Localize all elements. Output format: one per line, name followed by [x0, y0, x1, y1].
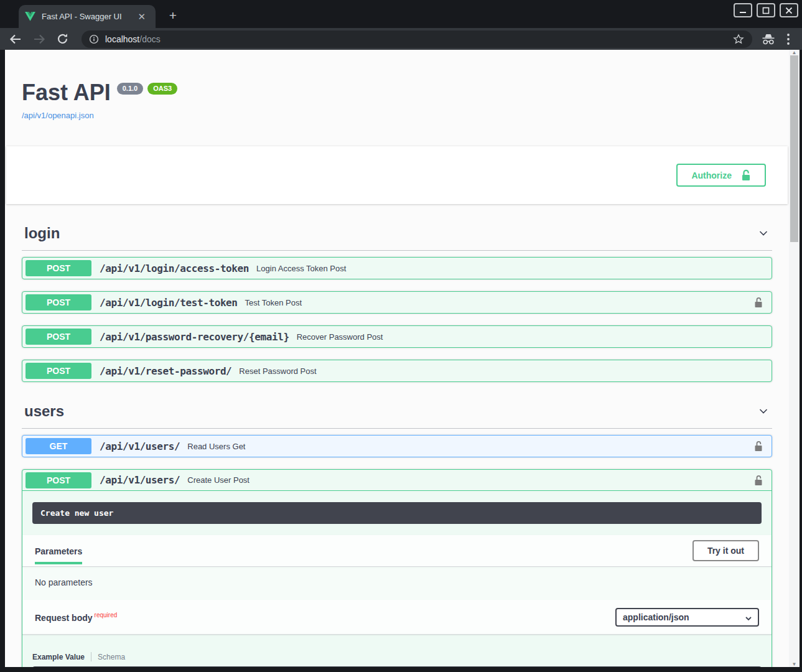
- endpoint-summary: Create User Post: [187, 475, 249, 485]
- toolbar-right: [761, 33, 790, 45]
- openapi-spec-link[interactable]: /api/v1/openapi.json: [22, 111, 94, 120]
- request-body-label: Request bodyrequired: [35, 612, 117, 623]
- operation-description: Create new user: [32, 502, 762, 524]
- window-controls: [734, 3, 798, 17]
- tab-close-icon[interactable]: ✕: [134, 11, 149, 22]
- endpoint-summary: Reset Password Post: [239, 366, 316, 376]
- tag-section-users: users GET /api/v1/users/ Read Users Get: [22, 399, 772, 667]
- endpoint-summary: Read Users Get: [187, 442, 245, 451]
- endpoint-row[interactable]: POST /api/v1/login/test-token Test Token…: [22, 291, 772, 314]
- parameters-header: Parameters Try it out: [22, 535, 772, 567]
- chevron-down-icon[interactable]: [757, 227, 770, 240]
- back-button[interactable]: [9, 33, 22, 45]
- endpoint-row[interactable]: POST /api/v1/password-recovery/{email} R…: [22, 325, 772, 348]
- tab-divider: [91, 652, 91, 661]
- scroll-up-arrow[interactable]: ▲: [789, 50, 800, 55]
- endpoint-row[interactable]: POST /api/v1/login/access-token Login Ac…: [22, 257, 772, 279]
- unlock-icon: [740, 169, 751, 181]
- tab-title: Fast API - Swagger UI: [42, 12, 134, 21]
- forward-button[interactable]: [32, 33, 46, 45]
- endpoint-row[interactable]: GET /api/v1/users/ Read Users Get: [22, 435, 772, 457]
- endpoint-path: /api/v1/password-recovery/{email}: [100, 331, 289, 343]
- version-badge: 0.1.0: [117, 83, 143, 95]
- endpoint-summary: Recover Password Post: [297, 332, 383, 342]
- endpoint-path: /api/v1/users/: [100, 474, 180, 486]
- browser-window: Fast API - Swagger UI ✕ +: [0, 0, 802, 672]
- new-tab-button[interactable]: +: [164, 7, 182, 25]
- tag-name: login: [24, 225, 60, 242]
- api-info: Fast API 0.1.0 OAS3 /api/v1/openapi.json: [22, 80, 772, 121]
- authorize-label: Authorize: [691, 170, 732, 180]
- url-path: /docs: [139, 34, 160, 44]
- oas3-badge: OAS3: [147, 83, 177, 95]
- request-body-header: Request bodyrequired application/json: [22, 600, 772, 635]
- example-code-block[interactable]: {: [32, 666, 762, 667]
- endpoint-path: /api/v1/login/access-token: [100, 263, 249, 274]
- scrollbar-thumb[interactable]: [790, 55, 798, 242]
- page-scrollbar[interactable]: ▲ ▼: [789, 50, 800, 667]
- tag-header-login[interactable]: login: [22, 221, 772, 251]
- endpoint-path: /api/v1/login/test-token: [100, 297, 238, 309]
- incognito-icon: [761, 33, 776, 45]
- browser-tab[interactable]: Fast API - Swagger UI ✕: [19, 5, 156, 28]
- required-flag: required: [95, 612, 118, 618]
- auth-lock-icon[interactable]: [754, 297, 763, 308]
- endpoint-summary: Test Token Post: [245, 298, 302, 307]
- operation-description-wrapper: Create new user: [22, 491, 772, 535]
- authorize-button[interactable]: Authorize: [676, 164, 766, 187]
- no-parameters-text: No parameters: [22, 567, 772, 600]
- auth-lock-icon[interactable]: [754, 475, 763, 486]
- page-title: Fast API: [22, 80, 111, 105]
- tab-strip: Fast API - Swagger UI ✕ +: [0, 0, 802, 28]
- close-button[interactable]: [780, 3, 798, 17]
- scheme-container: Authorize: [6, 146, 788, 204]
- address-bar[interactable]: localhost/docs: [82, 30, 752, 48]
- endpoint-path: /api/v1/users/: [100, 441, 180, 452]
- bookmark-star-icon[interactable]: [732, 33, 745, 45]
- endpoint-row[interactable]: POST /api/v1/reset-password/ Reset Passw…: [22, 360, 772, 382]
- model-example: Example Value Schema {: [22, 635, 772, 667]
- method-badge: POST: [26, 363, 91, 379]
- reload-button[interactable]: [56, 32, 69, 45]
- method-badge: POST: [26, 260, 91, 276]
- schema-tab[interactable]: Schema: [98, 653, 125, 661]
- method-badge: POST: [26, 472, 91, 488]
- url-host: localhost: [105, 34, 139, 44]
- maximize-button[interactable]: [757, 3, 775, 17]
- site-info-icon[interactable]: [89, 34, 99, 44]
- endpoint-row[interactable]: POST /api/v1/users/ Create User Post: [22, 470, 772, 491]
- content-type-value: application/json: [623, 612, 689, 622]
- method-badge: POST: [26, 294, 91, 310]
- tag-header-users[interactable]: users: [22, 399, 772, 429]
- endpoint-path: /api/v1/reset-password/: [100, 365, 231, 377]
- endpoint-expanded: POST /api/v1/users/ Create User Post Cre…: [22, 469, 772, 667]
- page-viewport: Fast API 0.1.0 OAS3 /api/v1/openapi.json…: [5, 50, 789, 667]
- browser-toolbar: localhost/docs: [0, 28, 802, 50]
- auth-lock-icon[interactable]: [754, 441, 763, 452]
- tag-section-login: login POST /api/v1/login/access-token Lo…: [22, 221, 772, 382]
- method-badge: POST: [26, 329, 91, 345]
- favicon-v-icon: [25, 12, 35, 21]
- content-type-select[interactable]: application/json: [615, 608, 759, 627]
- endpoint-summary: Login Access Token Post: [256, 264, 346, 273]
- menu-kebab-icon[interactable]: [787, 34, 790, 45]
- parameters-tab[interactable]: Parameters: [35, 543, 82, 564]
- tag-name: users: [24, 403, 64, 420]
- example-value-tab[interactable]: Example Value: [32, 653, 85, 661]
- chevron-down-icon[interactable]: [757, 405, 770, 418]
- scroll-down-arrow[interactable]: ▼: [789, 661, 800, 667]
- minimize-button[interactable]: [734, 3, 752, 17]
- select-chevron-icon: [744, 614, 753, 623]
- try-it-out-button[interactable]: Try it out: [692, 540, 759, 561]
- method-badge: GET: [26, 438, 91, 454]
